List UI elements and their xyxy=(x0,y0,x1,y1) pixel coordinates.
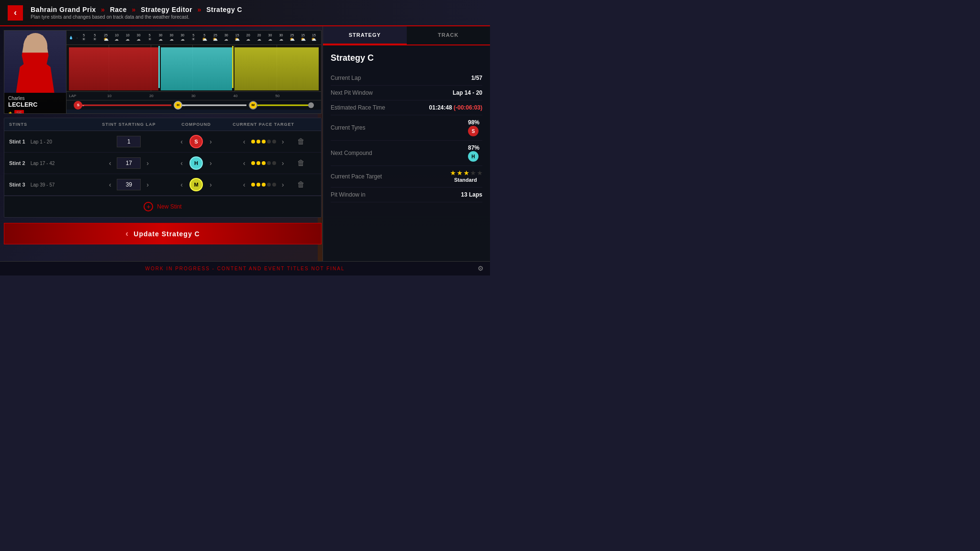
next-compound-pct: 87% xyxy=(468,144,479,151)
compound-next-3[interactable]: › xyxy=(207,180,215,189)
pace-stars-display: ★ ★ ★ ★ ★ xyxy=(450,170,482,176)
timeline-white xyxy=(176,104,246,106)
pace-dot-2-5 xyxy=(272,161,276,165)
th-compound: COMPOUND xyxy=(163,122,230,127)
value-next-compound: 87% H xyxy=(468,144,482,162)
lap-input-2[interactable] xyxy=(117,157,141,169)
pace-next-2[interactable]: › xyxy=(279,158,287,168)
info-row-pit-window: Pit Window in 13 Laps xyxy=(331,187,482,202)
weather-item-17: 20 ☁ xyxy=(255,33,264,42)
driver-photo xyxy=(4,31,66,93)
update-arrow-icon: ‹ xyxy=(125,229,129,239)
pace-dot-3-1 xyxy=(251,183,255,187)
pace-dot-1-4 xyxy=(267,140,271,143)
pace-dot-3-3 xyxy=(262,183,266,187)
value-next-pit: Lap 14 - 20 xyxy=(453,89,482,96)
pace-next-1[interactable]: › xyxy=(279,137,287,146)
stint-cell-3: Stint 3 Lap 39 - 57 xyxy=(9,182,95,187)
header: ‹ Bahrain Grand Prix » Race » Strategy E… xyxy=(0,0,490,26)
weather-item-2: 5 ☀ xyxy=(90,33,100,42)
delete-btn-1[interactable]: 🗑 xyxy=(297,137,305,146)
th-starting-lap: STINT STARTING LAP xyxy=(95,122,163,127)
new-stint-button[interactable]: + New Stint xyxy=(144,202,181,211)
compound-badge-3: M xyxy=(189,178,203,191)
timeline-marker-m[interactable]: M xyxy=(249,101,257,110)
pit-marker-1 xyxy=(158,46,160,88)
label-pace-target: Current Pace Target xyxy=(331,173,382,180)
compound-prev-3[interactable]: ‹ xyxy=(178,180,186,189)
weather-header-icon: 💧 xyxy=(69,36,73,40)
pace-dot-3-5 xyxy=(272,183,276,187)
update-strategy-button[interactable]: ‹ Update Strategy C xyxy=(4,223,322,244)
pace-dot-1-1 xyxy=(251,140,255,143)
label-next-pit: Next Pit Window xyxy=(331,89,373,96)
star-icon: ★ xyxy=(8,110,12,114)
tab-track[interactable]: TRACK xyxy=(407,26,490,44)
star-3: ★ xyxy=(464,170,469,176)
delete-btn-3[interactable]: 🗑 xyxy=(297,180,305,189)
lap-arrow-right-3[interactable]: › xyxy=(144,180,152,189)
compound-cell-1: ‹ S › xyxy=(163,135,230,148)
lap-arrow-left-3[interactable]: ‹ xyxy=(106,180,114,189)
lap-label-30: 30 xyxy=(191,94,196,98)
compound-next-2[interactable]: › xyxy=(207,158,215,168)
pace-prev-2[interactable]: ‹ xyxy=(240,158,248,168)
weather-item-1: 5 ☀ xyxy=(79,33,89,42)
lap-arrow-right-2[interactable]: › xyxy=(144,158,152,168)
pace-prev-3[interactable]: ‹ xyxy=(240,180,248,189)
stint-name-2: Stint 2 xyxy=(9,160,25,166)
tab-strategy[interactable]: STRATEGY xyxy=(323,26,407,44)
back-button[interactable]: ‹ xyxy=(8,5,23,21)
header-text: Bahrain Grand Prix » Race » Strategy Edi… xyxy=(31,6,482,20)
lap-axis: LAP 10 20 30 40 50 xyxy=(67,91,321,100)
team-badge: SF xyxy=(14,110,24,114)
right-panel: STRATEGY TRACK Strategy C Current Lap 1/… xyxy=(323,26,490,261)
pace-dot-1-2 xyxy=(256,140,260,143)
new-stint-row[interactable]: + New Stint xyxy=(4,196,321,217)
pace-prev-1[interactable]: ‹ xyxy=(240,137,248,146)
weather-item-7: 5 ☀ xyxy=(145,33,155,42)
driver-panel: Charles LECLERC ★ SF xyxy=(4,31,67,113)
lap-input-3[interactable] xyxy=(117,179,141,190)
stint-laps-3: Lap 39 - 57 xyxy=(31,182,55,187)
delete-btn-2[interactable]: 🗑 xyxy=(297,159,305,167)
pace-cell-2: ‹ › xyxy=(230,158,297,168)
compound-prev-1[interactable]: ‹ xyxy=(178,137,186,146)
update-strategy-label: Update Strategy C xyxy=(134,230,200,238)
value-race-time: 01:24:48 (-00:06:03) xyxy=(429,104,482,111)
table-area: STINTS STINT STARTING LAP COMPOUND CURRE… xyxy=(4,118,322,218)
back-icon: ‹ xyxy=(14,8,17,18)
lap-arrow-left-2[interactable]: ‹ xyxy=(106,158,114,168)
value-current-tyres: 98% S xyxy=(468,119,482,136)
stint-bar-2 xyxy=(161,47,232,90)
lap-input-1[interactable] xyxy=(117,136,141,147)
lap-input-cell-3: ‹ › xyxy=(95,179,163,190)
stint-bar-1 xyxy=(69,47,158,90)
info-row-race-time: Estimated Race Time 01:24:48 (-00:06:03) xyxy=(331,100,482,115)
compound-prev-2[interactable]: ‹ xyxy=(178,158,186,168)
weather-item-21: 15 ⛅ xyxy=(298,33,308,42)
compound-next-1[interactable]: › xyxy=(207,137,215,146)
timeline-marker-s[interactable]: S xyxy=(74,101,82,110)
timeline-end xyxy=(308,102,314,108)
lap-input-cell-2: ‹ › xyxy=(95,157,163,169)
star-4: ★ xyxy=(470,170,476,176)
pace-cell-3: ‹ › xyxy=(230,180,297,189)
stint-cell-1: Stint 1 Lap 1 - 20 xyxy=(9,139,95,144)
bottom-bar-text: WORK IN PROGRESS - CONTENT AND EVENT TIT… xyxy=(145,266,345,271)
weather-item-13: 25 ⛅ xyxy=(211,33,220,42)
label-current-lap: Current Lap xyxy=(331,75,361,81)
settings-button[interactable]: ⚙ xyxy=(476,264,485,273)
pace-dots-2 xyxy=(251,161,276,165)
label-race-time: Estimated Race Time xyxy=(331,104,385,111)
weather-item-10: 30 ☁ xyxy=(178,33,187,42)
value-pace-target: ★ ★ ★ ★ ★ Standard xyxy=(450,170,482,183)
lap-arrow-left-disabled-1 xyxy=(104,138,114,145)
pace-next-3[interactable]: › xyxy=(279,180,287,189)
value-current-lap: 1/57 xyxy=(471,75,482,81)
timeline-marker-h[interactable]: H xyxy=(174,101,182,110)
pace-target-label: Standard xyxy=(454,177,477,183)
star-2: ★ xyxy=(457,170,462,176)
weather-item-5: 10 ☁ xyxy=(123,33,133,42)
compound-badge-1: S xyxy=(189,135,203,148)
